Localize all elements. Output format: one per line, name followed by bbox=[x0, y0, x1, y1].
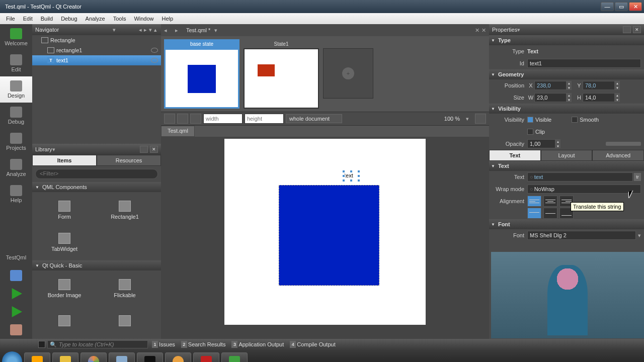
prop-tab-layout[interactable]: Layout bbox=[541, 150, 593, 161]
locator-input[interactable]: 🔍Type to locate (Ctrl+K) bbox=[47, 340, 148, 348]
menu-analyze[interactable]: Analyze bbox=[82, 15, 109, 23]
menu-build[interactable]: Build bbox=[37, 15, 57, 23]
clip-checkbox[interactable] bbox=[527, 129, 533, 135]
add-state-button[interactable]: + bbox=[323, 48, 373, 99]
states-pin-icon[interactable]: ✕ bbox=[475, 27, 479, 34]
ctb-anchor-button[interactable] bbox=[164, 114, 175, 124]
ctb-reset-button[interactable] bbox=[475, 114, 486, 124]
mode-analyze[interactable]: Analyze bbox=[0, 155, 32, 181]
pos-x-input[interactable]: 238,0 bbox=[534, 81, 567, 90]
library-tab-resources[interactable]: Resources bbox=[97, 155, 161, 166]
sec-geometry[interactable]: ▼Geometry bbox=[489, 69, 644, 79]
canvas-tab-file[interactable]: Test.qml bbox=[161, 126, 195, 137]
navigator-dropdown-icon[interactable]: ▾ bbox=[113, 27, 118, 33]
zoom-drop-icon[interactable]: ▾ bbox=[466, 116, 469, 122]
mode-welcome[interactable]: Welcome bbox=[0, 24, 32, 50]
library-dropdown-icon[interactable]: ▾ bbox=[52, 146, 57, 153]
task-chrome[interactable] bbox=[80, 352, 107, 362]
output-tab-compile[interactable]: 4Compile Output bbox=[288, 341, 337, 348]
states-file[interactable]: Test.qml * bbox=[186, 27, 210, 33]
states-close-icon[interactable]: ✕ bbox=[481, 27, 486, 34]
locator-toggle-button[interactable] bbox=[38, 341, 45, 348]
menu-edit[interactable]: Edit bbox=[19, 15, 37, 23]
align-center-button[interactable] bbox=[543, 196, 557, 207]
prop-tab-text[interactable]: Text bbox=[489, 150, 541, 161]
lib-item-rectangle1[interactable]: Rectangle1 bbox=[95, 194, 155, 226]
menu-window[interactable]: Window bbox=[130, 15, 157, 23]
menu-help[interactable]: Help bbox=[158, 15, 178, 23]
sec-visibility[interactable]: ▼Visibility bbox=[489, 104, 644, 114]
opacity-slider[interactable] bbox=[606, 142, 641, 146]
visibility-icon[interactable] bbox=[151, 58, 158, 63]
lib-item-borderimage[interactable]: Border Image bbox=[34, 273, 95, 305]
states-back-icon[interactable]: ◂ bbox=[164, 27, 171, 34]
maximize-button[interactable]: ▭ bbox=[615, 2, 628, 11]
canvas-scope-select[interactable]: whole document bbox=[286, 114, 342, 123]
task-browser[interactable] bbox=[165, 352, 191, 362]
canvas-root[interactable]: text bbox=[224, 139, 426, 325]
lib-section-qtquick[interactable]: ▼Qt Quick - Basic bbox=[32, 260, 161, 270]
mode-projects[interactable]: Projects bbox=[0, 129, 32, 155]
mode-help[interactable]: Help bbox=[0, 181, 32, 207]
nav-up-icon[interactable]: ▴ bbox=[154, 27, 157, 33]
align-left-button[interactable] bbox=[527, 196, 541, 207]
sec-font[interactable]: ▼Font bbox=[489, 219, 644, 229]
prop-tab-advanced[interactable]: Advanced bbox=[592, 150, 644, 161]
output-tab-issues[interactable]: 1Issues bbox=[150, 341, 177, 348]
visible-checkbox[interactable] bbox=[527, 117, 533, 123]
lib-item-4[interactable] bbox=[95, 305, 155, 337]
close-button[interactable]: ✕ bbox=[629, 2, 642, 11]
ctb-snap-button[interactable] bbox=[177, 114, 188, 124]
task-qtcreator[interactable] bbox=[221, 352, 248, 362]
target-button[interactable] bbox=[0, 266, 32, 285]
size-h-input[interactable]: 14,0 bbox=[583, 93, 615, 102]
library-filter-input[interactable]: <Filter> bbox=[35, 169, 158, 179]
lib-item-flickable[interactable]: Flickable bbox=[95, 273, 155, 305]
start-button[interactable] bbox=[2, 351, 22, 362]
canvas-area[interactable]: text bbox=[161, 137, 489, 339]
menu-tools[interactable]: Tools bbox=[109, 15, 130, 23]
library-split-button[interactable] bbox=[140, 146, 148, 153]
task-terminal[interactable] bbox=[137, 352, 163, 362]
kit-selector[interactable]: TestQml bbox=[0, 248, 32, 266]
sec-text[interactable]: ▼Text bbox=[489, 161, 644, 171]
library-tab-items[interactable]: Items bbox=[32, 155, 97, 166]
ctb-bound-button[interactable] bbox=[190, 114, 201, 124]
visibility-icon[interactable] bbox=[151, 48, 158, 53]
library-close-button[interactable]: ✕ bbox=[150, 146, 158, 153]
props-split-button[interactable] bbox=[623, 26, 631, 33]
menu-file[interactable]: File bbox=[2, 15, 19, 23]
pos-y-input[interactable]: 78,0 bbox=[583, 81, 615, 90]
canvas-rectangle1[interactable] bbox=[279, 185, 379, 286]
id-input[interactable]: text1 bbox=[527, 59, 641, 68]
menu-debug[interactable]: Debug bbox=[57, 15, 81, 23]
mode-design[interactable]: Design bbox=[0, 76, 32, 103]
opacity-input[interactable]: 1,00 bbox=[527, 139, 555, 148]
task-mediaplayer[interactable] bbox=[24, 352, 50, 362]
props-close-button[interactable]: ✕ bbox=[633, 26, 641, 33]
sec-type[interactable]: ▼Type bbox=[489, 35, 644, 45]
text-input[interactable]: ○text bbox=[527, 172, 633, 182]
run-button[interactable] bbox=[0, 285, 32, 303]
font-select[interactable]: MS Shell Dlg 2 bbox=[527, 231, 636, 240]
nav-item-rectangle1[interactable]: rectangle1 bbox=[32, 45, 161, 55]
size-w-input[interactable]: 23,0 bbox=[534, 93, 567, 102]
mode-debug[interactable]: Debug bbox=[0, 103, 32, 129]
lib-section-qml[interactable]: ▼QML Components bbox=[32, 182, 161, 192]
wrap-select[interactable]: ○NoWrap bbox=[527, 185, 641, 194]
valign-top-button[interactable] bbox=[527, 208, 541, 219]
nav-fwd-icon[interactable]: ▸ bbox=[144, 27, 147, 33]
lib-item-form[interactable]: Form bbox=[34, 194, 95, 226]
nav-down-icon[interactable]: ▾ bbox=[149, 27, 152, 33]
task-explorer[interactable] bbox=[52, 352, 78, 362]
nav-item-text1[interactable]: Ttext1 bbox=[32, 55, 161, 65]
state-state1[interactable]: State1 bbox=[244, 39, 319, 109]
task-pdf[interactable] bbox=[193, 352, 219, 362]
valign-mid-button[interactable] bbox=[543, 208, 557, 219]
task-notes[interactable] bbox=[109, 352, 135, 362]
minimize-button[interactable]: — bbox=[601, 2, 614, 11]
states-drop-icon[interactable]: ▾ bbox=[214, 27, 221, 34]
build-button[interactable] bbox=[0, 321, 32, 339]
lib-item-3[interactable] bbox=[34, 305, 95, 337]
canvas-height-input[interactable] bbox=[245, 114, 284, 124]
